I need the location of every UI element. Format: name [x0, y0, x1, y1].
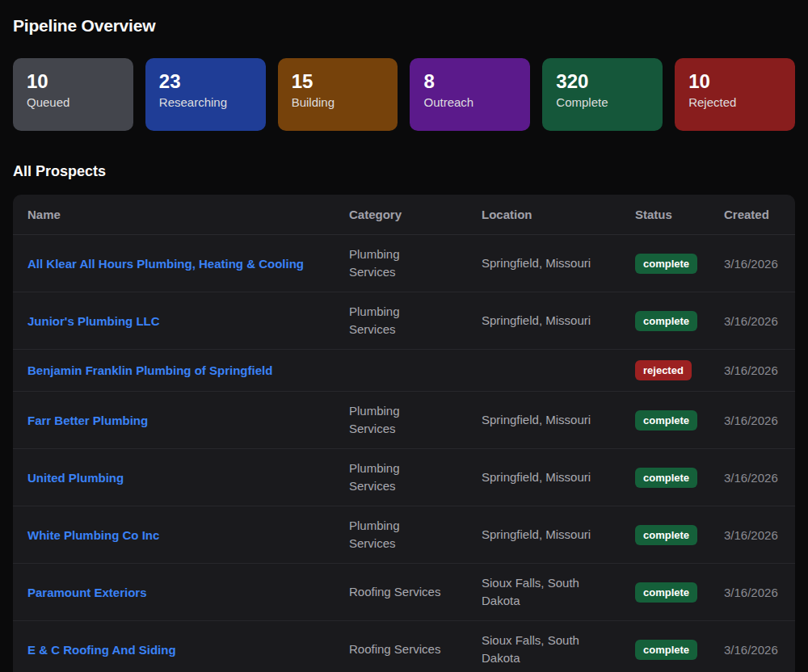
prospect-location: Springfield, Missouri — [482, 468, 591, 486]
table-row: Junior's Plumbing LLC Plumbing Services … — [13, 292, 795, 350]
prospect-location: Springfield, Missouri — [482, 411, 591, 429]
column-header-location: Location — [482, 208, 635, 221]
table-header-row: Name Category Location Status Created — [13, 195, 795, 235]
stat-value: 10 — [688, 69, 781, 94]
prospects-table: Name Category Location Status Created Al… — [13, 195, 795, 672]
stat-label: Researching — [159, 94, 252, 111]
prospect-name-link[interactable]: Paramount Exteriors — [27, 584, 147, 601]
prospect-category: Roofing Services — [349, 583, 440, 601]
status-badge: complete — [635, 468, 697, 488]
prospect-location: Sioux Falls, South Dakota — [482, 632, 604, 667]
prospect-name-link[interactable]: Benjamin Franklin Plumbing of Springfiel… — [27, 362, 272, 379]
prospect-category: Plumbing Services — [349, 303, 444, 338]
prospect-created-date: 3/16/2026 — [724, 643, 781, 657]
column-header-status: Status — [635, 208, 724, 221]
column-header-name: Name — [27, 208, 349, 221]
status-badge: complete — [635, 525, 697, 545]
status-badge: complete — [635, 410, 697, 430]
table-row: Benjamin Franklin Plumbing of Springfiel… — [13, 350, 795, 392]
prospect-created-date: 3/16/2026 — [724, 314, 781, 328]
stat-card: 320 Complete — [542, 58, 663, 131]
prospect-created-date: 3/16/2026 — [724, 528, 781, 542]
table-row: E & C Roofing And Siding Roofing Service… — [13, 621, 795, 672]
stats-cards: 10 Queued 23 Researching 15 Building 8 O… — [13, 58, 795, 131]
prospect-created-date: 3/16/2026 — [724, 414, 781, 427]
table-row: All Klear All Hours Plumbing, Heating & … — [13, 235, 795, 292]
prospect-created-date: 3/16/2026 — [724, 257, 781, 271]
prospect-location: Springfield, Missouri — [482, 254, 591, 272]
table-row: White Plumbing Co Inc Plumbing Services … — [13, 506, 795, 564]
prospect-category: Plumbing Services — [349, 246, 444, 281]
status-badge: complete — [635, 582, 697, 603]
prospect-created-date: 3/16/2026 — [724, 586, 781, 599]
stat-card: 8 Outreach — [410, 58, 530, 131]
stat-value: 23 — [159, 69, 252, 94]
status-badge: complete — [635, 640, 697, 660]
status-badge: complete — [635, 311, 697, 331]
status-badge: complete — [635, 254, 697, 274]
prospect-name-link[interactable]: Farr Better Plumbing — [27, 412, 148, 429]
prospect-name-link[interactable]: Junior's Plumbing LLC — [27, 313, 160, 330]
stat-label: Complete — [556, 94, 649, 111]
stat-label: Queued — [27, 94, 120, 111]
status-badge: rejected — [635, 360, 692, 380]
stat-card: 23 Researching — [145, 58, 266, 131]
stat-label: Outreach — [423, 94, 516, 111]
table-row: Farr Better Plumbing Plumbing Services S… — [13, 392, 795, 449]
stat-card: 10 Rejected — [675, 58, 795, 131]
prospect-created-date: 3/16/2026 — [724, 363, 781, 377]
prospect-name-link[interactable]: United Plumbing — [27, 469, 124, 486]
stat-value: 8 — [423, 69, 516, 94]
column-header-created: Created — [724, 208, 781, 221]
stat-label: Rejected — [688, 94, 781, 111]
prospect-category: Roofing Services — [349, 640, 440, 658]
stat-value: 10 — [27, 69, 120, 94]
stat-label: Building — [292, 94, 385, 111]
prospect-category: Plumbing Services — [349, 402, 444, 438]
table-body: All Klear All Hours Plumbing, Heating & … — [13, 235, 795, 672]
table-row: United Plumbing Plumbing Services Spring… — [13, 449, 795, 506]
stat-card: 10 Queued — [13, 58, 133, 131]
stat-value: 15 — [292, 69, 385, 94]
table-row: Paramount Exteriors Roofing Services Sio… — [13, 564, 795, 621]
prospect-location: Springfield, Missouri — [482, 526, 591, 544]
pipeline-page: Pipeline Overview 10 Queued 23 Researchi… — [0, 0, 808, 672]
prospect-name-link[interactable]: E & C Roofing And Siding — [27, 641, 176, 658]
prospect-name-link[interactable]: White Plumbing Co Inc — [27, 527, 159, 544]
page-title: Pipeline Overview — [13, 16, 795, 36]
prospect-location: Springfield, Missouri — [482, 312, 591, 330]
prospect-location: Sioux Falls, South Dakota — [482, 574, 604, 610]
stat-value: 320 — [556, 69, 649, 94]
prospect-category: Plumbing Services — [349, 517, 444, 552]
column-header-category: Category — [349, 208, 482, 221]
section-title: All Prospects — [13, 163, 795, 180]
stat-card: 15 Building — [278, 58, 398, 131]
prospect-category: Plumbing Services — [349, 460, 444, 495]
prospect-created-date: 3/16/2026 — [724, 471, 781, 485]
prospect-name-link[interactable]: All Klear All Hours Plumbing, Heating & … — [27, 255, 304, 272]
